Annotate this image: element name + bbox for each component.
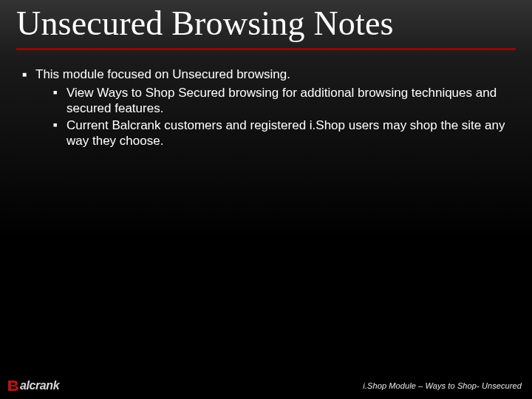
brand-logo: alcrank: [7, 379, 59, 392]
square-bullet-icon: ■: [22, 66, 35, 83]
square-bullet-icon: ■: [53, 117, 66, 133]
page-title: Unsecured Browsing Notes: [16, 4, 516, 50]
logo-text: alcrank: [20, 379, 59, 392]
list-item-text: This module focused on Unsecured browsin…: [35, 67, 290, 81]
bullet-list-level1: ■ This module focused on Unsecured brows…: [22, 66, 510, 149]
logo-b-icon: [7, 379, 21, 392]
content-area: ■ This module focused on Unsecured brows…: [0, 50, 532, 149]
footer-module-text: i.Shop Module – Ways to Shop- Unsecured: [363, 381, 522, 390]
list-item-text: View Ways to Shop Secured browsing for a…: [66, 85, 510, 117]
footer: alcrank i.Shop Module – Ways to Shop- Un…: [0, 374, 532, 399]
bullet-list-level2: ■ View Ways to Shop Secured browsing for…: [35, 85, 510, 149]
title-area: Unsecured Browsing Notes: [0, 0, 532, 50]
list-item: ■ Current Balcrank customers and registe…: [53, 117, 510, 149]
list-item-body: This module focused on Unsecured browsin…: [35, 66, 510, 149]
list-item-text: Current Balcrank customers and registere…: [66, 117, 510, 149]
list-item: ■ This module focused on Unsecured brows…: [22, 66, 510, 149]
square-bullet-icon: ■: [53, 85, 66, 100]
list-item: ■ View Ways to Shop Secured browsing for…: [53, 85, 510, 117]
